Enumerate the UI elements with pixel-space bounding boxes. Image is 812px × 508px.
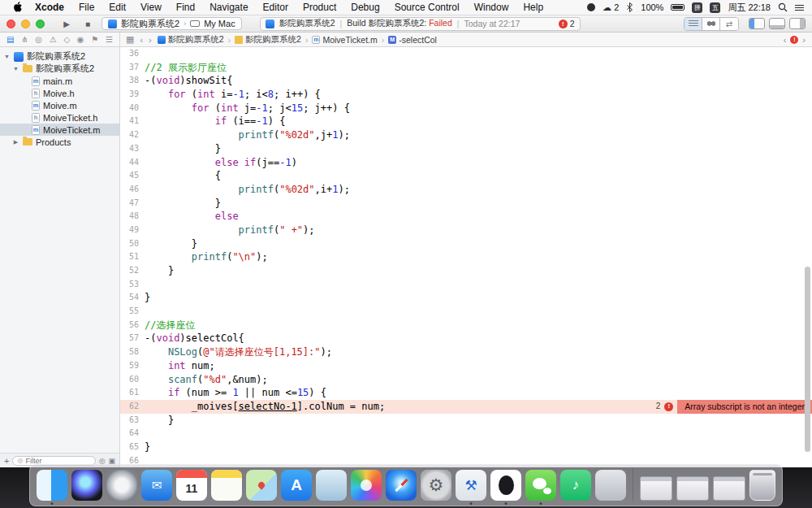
forward-button[interactable]: › <box>149 35 152 45</box>
launchpad-icon[interactable] <box>106 470 137 501</box>
toggle-navigator-button[interactable] <box>749 18 765 29</box>
tree-row[interactable]: hMoive.h <box>0 87 119 99</box>
breadcrumb-item[interactable]: 影院购票系统2 <box>158 34 224 46</box>
tree-row[interactable]: ▼影院购票系统2 <box>0 63 119 75</box>
close-window-button[interactable] <box>6 20 15 28</box>
line-number[interactable]: 36 <box>120 47 145 61</box>
line-number[interactable]: 43 <box>120 142 145 156</box>
code-line[interactable]: 62 _moives[selectNo-1].colNum = num;2!Ar… <box>120 400 812 414</box>
line-number[interactable]: 41 <box>120 115 145 128</box>
menu-item-7[interactable]: Product <box>296 2 343 13</box>
issue-badge-icon[interactable]: ! <box>790 36 798 44</box>
line-number[interactable]: 39 <box>120 88 145 102</box>
preview-icon[interactable] <box>316 470 347 501</box>
line-number[interactable]: 54 <box>120 291 145 305</box>
code-line[interactable]: 57-(void)selectCol{ <box>120 332 812 345</box>
line-number[interactable]: 47 <box>120 197 145 211</box>
line-number[interactable]: 42 <box>120 128 145 142</box>
filter-input[interactable] <box>25 457 90 465</box>
maps-icon[interactable] <box>246 470 277 501</box>
back-button[interactable]: ‹ <box>140 35 143 45</box>
line-number[interactable]: 53 <box>120 278 145 292</box>
code-line[interactable]: 63 } <box>120 414 812 428</box>
recent-files-filter-icon[interactable]: ◎ <box>99 457 106 465</box>
issues-navigator-icon[interactable]: ⚠ <box>50 35 57 44</box>
notes-icon[interactable] <box>211 470 242 501</box>
code-line[interactable]: 46 printf("%02d",i+1); <box>120 183 812 197</box>
code-line[interactable]: 43 } <box>120 142 812 156</box>
reports-navigator-icon[interactable]: ☰ <box>106 35 113 44</box>
line-number[interactable]: 64 <box>120 427 145 441</box>
disclosure-icon[interactable]: ▶ <box>12 139 19 145</box>
code-line[interactable]: 36 <box>120 47 812 61</box>
vertical-scrollbar[interactable] <box>805 267 810 452</box>
tree-row[interactable]: mmain.m <box>0 75 119 87</box>
toggle-inspector-button[interactable] <box>789 18 806 29</box>
line-number[interactable]: 52 <box>120 264 145 278</box>
qq-music-icon[interactable]: ♪ <box>560 470 591 501</box>
minimized-window[interactable] <box>713 476 745 501</box>
line-number[interactable]: 55 <box>120 305 145 319</box>
moon-icon[interactable] <box>587 3 595 11</box>
menu-item-6[interactable]: Editor <box>256 2 296 13</box>
code-line[interactable]: 47 } <box>120 197 812 211</box>
tree-row[interactable]: mMoiveTicket.m <box>0 124 119 136</box>
calendar-icon[interactable]: 11 <box>176 470 207 501</box>
line-number[interactable]: 61 <box>120 386 145 400</box>
line-number[interactable]: 37 <box>120 61 145 75</box>
code-line[interactable]: 48 else <box>120 210 812 224</box>
app-store-icon[interactable]: A <box>281 470 312 501</box>
code-line[interactable]: 50 } <box>120 237 812 251</box>
minimize-window-button[interactable] <box>21 20 30 28</box>
code-line[interactable]: 58 NSLog(@"请选择座位号[1,15]:"); <box>120 345 812 359</box>
tree-row[interactable]: ▼影院购票系统2 <box>0 50 119 63</box>
finder-icon[interactable] <box>37 470 67 501</box>
line-number[interactable]: 65 <box>120 441 145 454</box>
breadcrumb-item[interactable]: 影院购票系统2 <box>235 34 301 46</box>
battery-icon[interactable] <box>671 4 685 11</box>
line-number[interactable]: 44 <box>120 156 145 170</box>
trash-icon[interactable] <box>749 470 775 501</box>
tree-row[interactable]: mMoive.m <box>0 99 119 111</box>
bluetooth-icon[interactable] <box>626 2 633 12</box>
menu-item-9[interactable]: Source Control <box>387 2 467 13</box>
input-method-icon[interactable]: 拼 <box>692 2 702 13</box>
assistant-editor-button[interactable] <box>702 18 720 30</box>
run-button[interactable]: ▶ <box>59 20 74 28</box>
line-number[interactable]: 51 <box>120 250 145 264</box>
debug-navigator-icon[interactable]: ◉ <box>77 35 84 44</box>
menu-item-4[interactable]: Find <box>169 2 202 13</box>
line-number[interactable]: 58 <box>120 345 145 359</box>
code-line[interactable]: 55 <box>120 305 812 319</box>
minimized-window[interactable] <box>640 476 672 501</box>
menu-item-0[interactable]: Xcode <box>28 2 71 13</box>
notification-center-icon[interactable] <box>795 4 804 11</box>
code-line[interactable]: 44 else if(j==-1) <box>120 156 812 170</box>
line-number[interactable]: 62 <box>120 400 145 414</box>
zoom-window-button[interactable] <box>36 20 45 28</box>
line-number[interactable]: 57 <box>120 332 145 345</box>
other-app-icon[interactable] <box>595 470 626 501</box>
line-number[interactable]: 48 <box>120 210 145 224</box>
line-number[interactable]: 45 <box>120 169 145 183</box>
line-number[interactable]: 56 <box>120 319 145 332</box>
standard-editor-button[interactable] <box>685 18 702 30</box>
disclosure-icon[interactable]: ▼ <box>12 66 19 72</box>
code-line[interactable]: 60 scanf("%d",&num); <box>120 373 812 387</box>
source-control-filter-icon[interactable]: ▣ <box>108 457 115 465</box>
menu-item-1[interactable]: File <box>71 2 102 13</box>
code-line[interactable]: 61 if (num >= 1 || num <=15) { <box>120 386 812 400</box>
spotlight-search-icon[interactable] <box>778 2 788 12</box>
menu-item-5[interactable]: Navigate <box>202 2 255 13</box>
line-number[interactable]: 40 <box>120 102 145 115</box>
photos-icon[interactable] <box>351 470 382 501</box>
code-line[interactable]: 54} <box>120 291 812 305</box>
code-line[interactable]: 37//2 展示影厅座位 <box>120 61 812 75</box>
code-line[interactable]: 42 printf("%02d",j+1); <box>120 128 812 142</box>
menu-item-8[interactable]: Debug <box>343 2 387 13</box>
toggle-debug-area-button[interactable] <box>769 18 785 29</box>
menu-item-2[interactable]: Edit <box>102 2 133 13</box>
source-editor[interactable]: 3637//2 展示影厅座位38-(void)showSit{39 for (i… <box>120 47 812 467</box>
find-navigator-icon[interactable]: ◎ <box>35 35 42 44</box>
code-line[interactable]: 51 printf("\n"); <box>120 250 812 264</box>
